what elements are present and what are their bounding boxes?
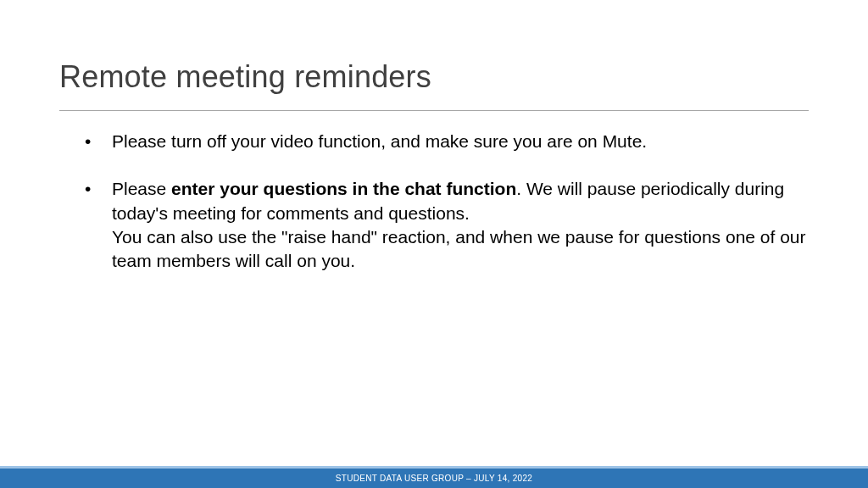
slide-container: Remote meeting reminders Please turn off…	[0, 0, 868, 488]
slide-title: Remote meeting reminders	[59, 59, 809, 95]
bullet-text-before: Please	[112, 179, 171, 198]
bullet-item: Please turn off your video function, and…	[85, 130, 809, 153]
bullet-list: Please turn off your video function, and…	[59, 130, 809, 274]
bullet-text-bold: enter your questions in the chat functio…	[171, 179, 516, 198]
bullet-text-before: Please turn off your video function, and…	[112, 131, 647, 151]
bullet-item: Please enter your questions in the chat …	[85, 177, 809, 273]
title-divider	[59, 110, 809, 111]
footer-bar: STUDENT DATA USER GROUP – JULY 14, 2022	[0, 466, 868, 488]
footer-text: STUDENT DATA USER GROUP – JULY 14, 2022	[336, 474, 532, 483]
